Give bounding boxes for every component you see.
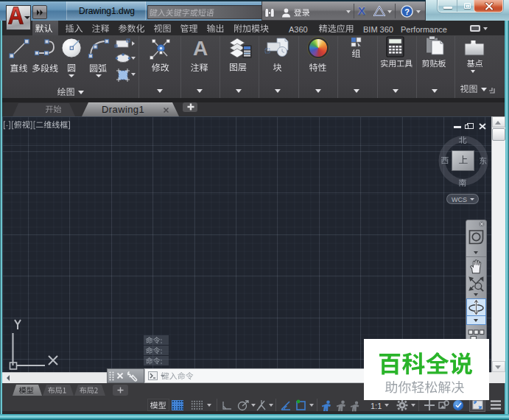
svg-text:?: ?: [404, 7, 410, 16]
